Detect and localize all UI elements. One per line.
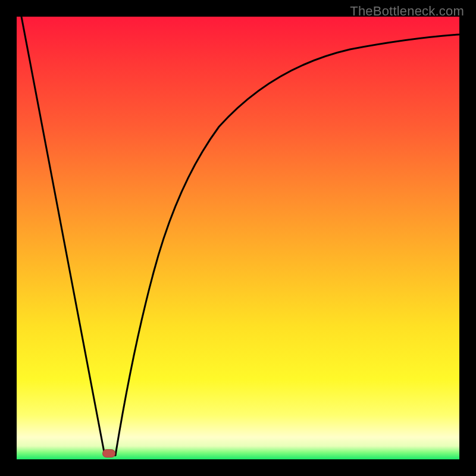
curve-right-branch — [115, 35, 459, 455]
curve-left-branch — [21, 17, 105, 455]
chart-frame: TheBottleneck.com — [0, 0, 476, 476]
plot-area — [17, 17, 459, 459]
watermark-text: TheBottleneck.com — [350, 4, 464, 19]
optimum-marker — [102, 449, 115, 458]
bottleneck-curve — [17, 17, 459, 459]
